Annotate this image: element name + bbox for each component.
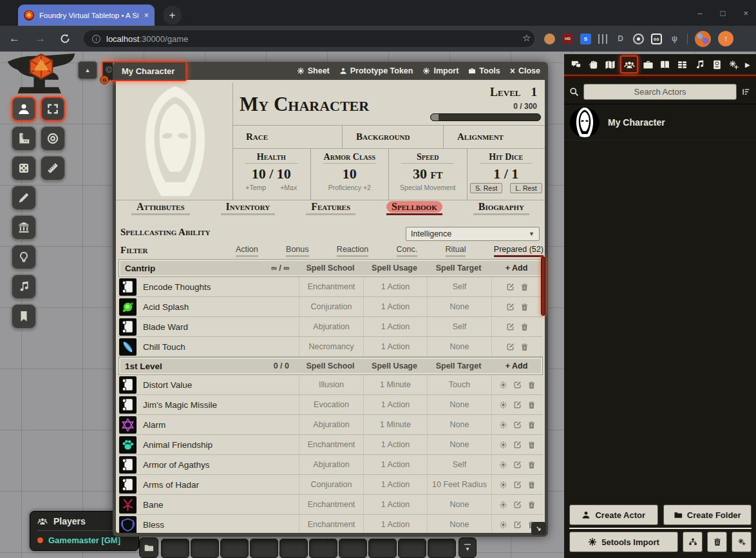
edit-spell-icon[interactable] <box>513 481 522 489</box>
sort-icon[interactable] <box>741 87 751 97</box>
update-button[interactable]: ↑ <box>718 31 733 46</box>
ublock-extension-icon[interactable]: UO <box>562 34 573 44</box>
edit-spell-icon[interactable] <box>506 283 515 291</box>
macro-slot[interactable] <box>368 539 397 558</box>
edit-spell-icon[interactable] <box>513 381 522 389</box>
stat-sub-label[interactable]: +Temp <box>245 184 266 191</box>
scene-control-draw[interactable] <box>12 186 36 210</box>
scene-control-measure[interactable] <box>12 126 36 151</box>
stat-value[interactable]: 10 / 10 <box>252 166 291 182</box>
edit-spell-icon[interactable] <box>513 501 522 509</box>
sidebar-tab-compendium[interactable] <box>710 56 724 73</box>
add-spell-button[interactable]: + Add <box>491 361 542 370</box>
spell-row[interactable]: Chill Touch Necromancy 1 Action None <box>118 337 543 357</box>
delete-spell-icon[interactable] <box>520 323 529 331</box>
sidebar-tab-items[interactable] <box>641 56 656 73</box>
macro-slot[interactable] <box>309 539 337 558</box>
character-sheet-window[interactable]: My Character SheetPrototype TokenImportT… <box>113 62 548 537</box>
rest-button[interactable]: L. Rest <box>510 183 542 193</box>
sidebar-tab-playlists[interactable] <box>692 56 707 73</box>
tab-biography[interactable]: Biography <box>473 201 529 215</box>
stat-value[interactable]: 1 / 1 <box>493 166 518 182</box>
spell-row[interactable]: Bane Enchantment 1 Action None <box>118 495 543 515</box>
scene-control-dice[interactable] <box>12 156 36 180</box>
filter-conc-[interactable]: Conc. <box>397 245 418 257</box>
spell-row[interactable]: Jim's Magic Missile Evocation 1 Action N… <box>118 395 543 415</box>
spell-row[interactable]: Distort Value Illusion 1 Minute Touch <box>118 375 543 395</box>
add-spell-button[interactable]: + Add <box>491 264 542 273</box>
tab-spellbook[interactable]: Spellbook <box>386 201 442 215</box>
container-extension-icon[interactable]: oo <box>651 34 662 44</box>
macro-slot[interactable] <box>161 539 189 558</box>
prepare-spell-icon[interactable] <box>499 501 507 509</box>
spell-name[interactable]: Blade Ward <box>143 322 188 332</box>
configure-button[interactable] <box>732 532 751 552</box>
spell-slots-value[interactable]: 0 / 0 <box>274 361 289 370</box>
back-button[interactable]: ← <box>9 32 20 46</box>
collapse-controls-button[interactable]: ▲ <box>78 61 97 79</box>
delete-spell-icon[interactable] <box>520 283 529 291</box>
tab-features[interactable]: Features <box>306 201 355 215</box>
sheet-button[interactable]: Sheet <box>297 66 330 75</box>
delete-spell-icon[interactable] <box>527 421 536 429</box>
spell-name[interactable]: Alarm <box>143 420 165 430</box>
edit-spell-icon[interactable] <box>513 421 522 429</box>
stat-health[interactable]: Health 10 / 10 +Temp+Max <box>232 149 310 200</box>
tab-inventory[interactable]: Inventory <box>221 201 276 215</box>
edit-spell-icon[interactable] <box>513 401 522 409</box>
spell-name[interactable]: Acid Splash <box>143 302 189 312</box>
spell-name[interactable]: Chill Touch <box>143 342 185 352</box>
hotbar-page-button[interactable]: ▾ <box>458 537 477 558</box>
filter-ritual[interactable]: Ritual <box>446 245 466 257</box>
level-value[interactable]: 1 <box>531 85 538 99</box>
spell-name[interactable]: Bane <box>143 500 164 510</box>
sidebar-tab-journal[interactable] <box>657 56 672 73</box>
spell-name[interactable]: Bless <box>143 520 164 530</box>
close-button[interactable]: ×Close <box>510 66 540 75</box>
lens-extension-icon[interactable] <box>633 34 644 44</box>
delete-spell-icon[interactable] <box>527 461 536 469</box>
forward-button[interactable]: → <box>35 32 46 46</box>
edit-spell-icon[interactable] <box>506 343 515 351</box>
spell-row[interactable]: Encode Thoughts Enchantment 1 Action Sel… <box>118 277 543 297</box>
sidebar-tab-scenes[interactable] <box>603 56 618 73</box>
address-bar[interactable]: i localhost:30000/game <box>84 30 534 47</box>
spell-row[interactable]: Armor of Agathys Abjuration 1 Action Sel… <box>118 455 543 475</box>
cookie-extension-icon[interactable] <box>544 34 555 44</box>
spell-row[interactable]: Blade Ward Abjuration 1 Action Self <box>118 317 543 337</box>
sliders-extension-icon[interactable] <box>598 34 608 44</box>
sidebar-tab-actors[interactable] <box>620 55 638 73</box>
delete-spell-icon[interactable] <box>520 303 529 311</box>
sheet-scrollbar[interactable] <box>541 256 545 316</box>
scene-nav-highlight[interactable]: © G <box>102 61 187 81</box>
stat-armor-class[interactable]: Armor Class 10 Proficiency +2 <box>310 149 389 200</box>
macro-slot[interactable] <box>250 539 278 558</box>
spell-name[interactable]: Arms of Hadar <box>143 480 199 490</box>
profile-avatar[interactable] <box>695 31 711 47</box>
delete-spell-icon[interactable] <box>520 343 529 351</box>
sidebar-tab-combat[interactable] <box>586 56 601 73</box>
stat-sub-label[interactable]: +Max <box>280 184 297 191</box>
sidebar-collapse-icon[interactable]: ▶ <box>744 56 751 73</box>
delete-spell-icon[interactable] <box>527 401 536 409</box>
close-window-button[interactable]: × <box>743 8 748 18</box>
tab-close-icon[interactable]: × <box>144 10 149 20</box>
spell-name[interactable]: Armor of Agathys <box>143 460 210 470</box>
rest-button[interactable]: S. Rest <box>470 183 502 193</box>
spellcasting-ability-select[interactable]: Intelligence ▼ <box>406 227 540 241</box>
spell-row[interactable]: Animal Friendship Enchantment 1 Action N… <box>118 435 543 455</box>
bookmark-star-icon[interactable]: ☆ <box>522 32 531 44</box>
edit-spell-icon[interactable] <box>506 303 515 311</box>
spell-slots-value[interactable]: ∞ / ∞ <box>271 264 289 273</box>
tab-attributes[interactable]: Attributes <box>131 201 190 215</box>
game-canvas[interactable]: ▲ Players ▾ Gamemaster [GM] ▾ My Charact… <box>0 52 756 558</box>
tools-button[interactable]: Tools <box>468 66 500 75</box>
edit-spell-icon[interactable] <box>506 323 515 331</box>
detail-field-alignment[interactable]: Alignment <box>443 126 545 148</box>
darkreader-extension-icon[interactable]: D <box>615 34 626 44</box>
detail-field-race[interactable]: Race <box>232 126 342 148</box>
prototype-token-button[interactable]: Prototype Token <box>339 66 413 75</box>
search-input[interactable] <box>583 84 737 100</box>
claw-extension-icon[interactable]: ψ <box>669 34 680 44</box>
edit-spell-icon[interactable] <box>513 521 522 529</box>
